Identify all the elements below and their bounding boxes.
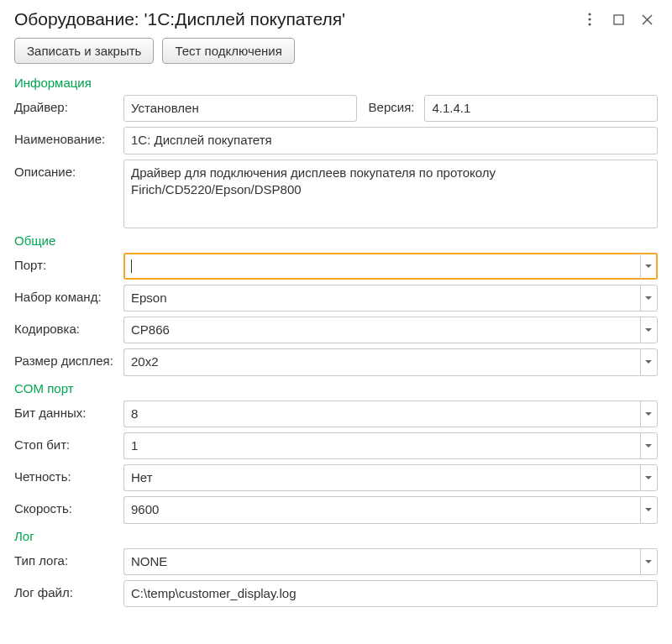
description-value	[123, 160, 658, 228]
speed-combo[interactable]	[123, 496, 658, 523]
chevron-down-icon	[645, 476, 652, 479]
svg-point-1	[588, 18, 591, 20]
save-and-close-button[interactable]: Записать и закрыть	[14, 38, 154, 64]
section-com: COM порт	[14, 381, 658, 395]
chevron-down-icon	[645, 508, 652, 511]
cmdset-dropdown-button[interactable]	[640, 285, 658, 312]
encoding-input[interactable]	[123, 317, 640, 343]
driver-value	[123, 95, 357, 122]
stopbit-label: Стоп бит:	[14, 432, 118, 452]
log-file-input[interactable]	[123, 580, 658, 607]
close-icon[interactable]	[639, 12, 654, 27]
port-dropdown-button[interactable]	[640, 253, 658, 280]
version-label: Версия:	[364, 95, 418, 122]
databits-input[interactable]	[123, 401, 640, 427]
window-controls	[582, 12, 658, 27]
log-type-dropdown-button[interactable]	[640, 548, 658, 575]
cmdset-label: Набор команд:	[14, 285, 118, 304]
log-type-combo[interactable]	[123, 548, 658, 575]
cmdset-combo[interactable]	[123, 285, 658, 312]
speed-label: Скорость:	[14, 496, 118, 516]
parity-combo[interactable]	[123, 464, 658, 491]
display-size-label: Размер дисплея:	[14, 348, 118, 368]
chevron-down-icon	[645, 444, 652, 448]
description-label: Описание:	[14, 160, 118, 179]
titlebar: Оборудование: '1С:Дисплей покупателя'	[14, 9, 658, 29]
speed-dropdown-button[interactable]	[640, 496, 658, 523]
port-input[interactable]	[123, 253, 640, 280]
maximize-icon[interactable]	[611, 12, 626, 27]
name-label: Наименование:	[14, 127, 118, 146]
parity-dropdown-button[interactable]	[640, 464, 658, 491]
cmdset-input[interactable]	[123, 285, 640, 312]
section-general: Общие	[14, 233, 658, 248]
log-type-input[interactable]	[123, 548, 640, 575]
version-value	[424, 95, 658, 122]
section-log: Лог	[14, 529, 658, 543]
chevron-down-icon	[645, 560, 652, 563]
databits-combo[interactable]	[123, 401, 658, 427]
chevron-down-icon	[645, 264, 652, 268]
stopbit-dropdown-button[interactable]	[640, 432, 658, 459]
display-size-combo[interactable]	[123, 348, 658, 375]
encoding-combo[interactable]	[123, 317, 658, 343]
name-value	[123, 127, 658, 154]
encoding-label: Кодировка:	[14, 317, 118, 336]
chevron-down-icon	[645, 360, 652, 364]
window-title: Оборудование: '1С:Дисплей покупателя'	[14, 9, 345, 29]
databits-dropdown-button[interactable]	[640, 401, 658, 427]
port-combo[interactable]	[123, 253, 658, 280]
svg-point-2	[588, 23, 591, 25]
chevron-down-icon	[645, 296, 652, 300]
chevron-down-icon	[645, 412, 652, 416]
parity-label: Четность:	[14, 464, 118, 484]
display-size-input[interactable]	[123, 348, 640, 375]
display-size-dropdown-button[interactable]	[640, 348, 658, 375]
section-info: Информация	[14, 76, 658, 90]
port-label: Порт:	[14, 253, 118, 272]
more-icon[interactable]	[582, 12, 597, 27]
svg-rect-3	[614, 15, 623, 24]
databits-label: Бит данных:	[14, 401, 118, 420]
equipment-window: Оборудование: '1С:Дисплей покупателя' За…	[0, 0, 672, 620]
encoding-dropdown-button[interactable]	[640, 317, 658, 343]
toolbar: Записать и закрыть Тест подключения	[14, 38, 658, 64]
parity-input[interactable]	[123, 464, 640, 491]
stopbit-combo[interactable]	[123, 432, 658, 459]
log-file-label: Лог файл:	[14, 580, 118, 599]
test-connection-button[interactable]: Тест подключения	[162, 38, 294, 64]
svg-point-0	[588, 13, 591, 15]
driver-label: Драйвер:	[14, 95, 118, 114]
speed-input[interactable]	[123, 496, 640, 523]
log-type-label: Тип лога:	[14, 548, 118, 568]
stopbit-input[interactable]	[123, 432, 640, 459]
chevron-down-icon	[645, 328, 652, 332]
